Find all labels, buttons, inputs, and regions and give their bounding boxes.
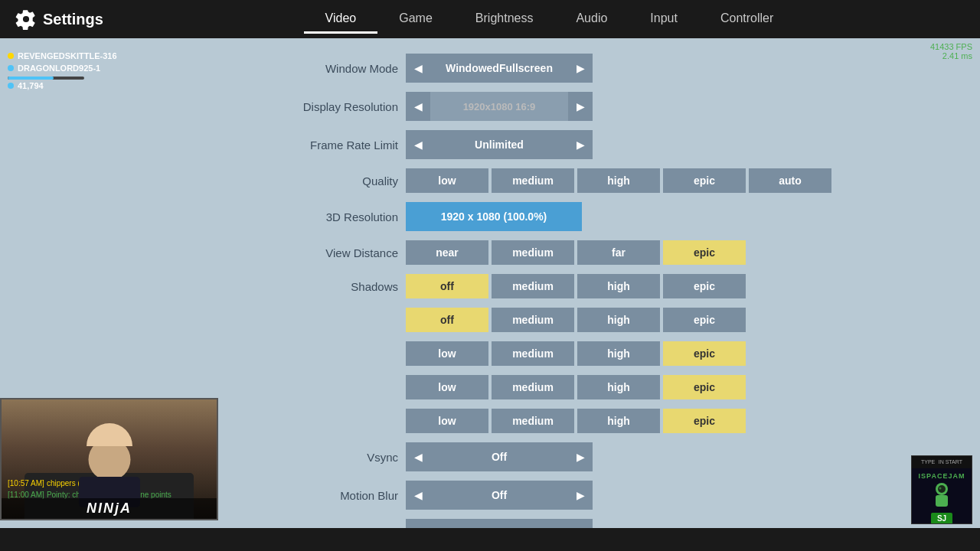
tab-audio[interactable]: Audio — [554, 5, 629, 34]
display-resolution-prev[interactable]: ◀ — [406, 92, 430, 121]
quality-low[interactable]: low — [406, 168, 488, 193]
player-dot — [8, 83, 14, 89]
quality-medium[interactable]: medium — [492, 168, 574, 193]
quality-auto[interactable]: auto — [749, 168, 831, 193]
frame-rate-prev[interactable]: ◀ — [406, 130, 430, 159]
vsync-prev[interactable]: ◀ — [406, 442, 430, 471]
tab-input[interactable]: Input — [629, 5, 699, 34]
row3-high[interactable]: high — [577, 341, 660, 366]
sponsor-subtext: SJ — [931, 513, 952, 524]
resolution-3d-value: 1920 x 1080 (100.0%) — [406, 202, 582, 231]
row5: low medium high epic — [245, 409, 957, 433]
nav-tabs: Video Game Brightness Audio Input Contro… — [134, 5, 965, 34]
player-item: 41,794 — [8, 80, 214, 92]
display-resolution-label: Display Resolution — [245, 100, 398, 113]
frame-rate-value: Unlimited — [430, 130, 568, 159]
resolution-3d-control: 1920 x 1080 (100.0%) — [406, 202, 582, 231]
tab-video[interactable]: Video — [304, 5, 378, 34]
quality-epic[interactable]: epic — [663, 168, 746, 193]
display-resolution-value: 1920x1080 16:9 — [430, 92, 568, 121]
row2-off[interactable]: off — [406, 308, 488, 332]
row2-high[interactable]: high — [577, 308, 660, 332]
window-mode-row: Window Mode ◀ WindowedFullscreen ▶ — [245, 54, 957, 83]
player-score: 41,794 — [18, 81, 44, 90]
motion-blur-label: Motion Blur — [245, 489, 398, 502]
quality-row: Quality low medium high epic auto — [245, 168, 957, 193]
row4-high[interactable]: high — [577, 375, 660, 399]
display-resolution-row: Display Resolution ◀ 1920x1080 16:9 ▶ — [245, 92, 957, 121]
motion-blur-row: Motion Blur ◀ Off ▶ — [245, 481, 957, 510]
vsync-control: ◀ Off ▶ — [406, 442, 593, 471]
shadows-medium[interactable]: medium — [492, 274, 574, 298]
bottom-bar — [0, 528, 980, 551]
quality-high[interactable]: high — [577, 168, 660, 193]
tab-brightness[interactable]: Brightness — [454, 5, 555, 34]
main-content: REVENGEDSKITTLE-316 DRAGONLORD925-1 41,7… — [0, 38, 980, 528]
shadows-label: Shadows — [245, 280, 398, 293]
motion-blur-control: ◀ Off ▶ — [406, 481, 593, 510]
row5-low[interactable]: low — [406, 409, 488, 433]
player-list: REVENGEDSKITTLE-316 DRAGONLORD925-1 41,7… — [8, 46, 214, 96]
sponsor-box: TYPE IN START ISPACEJAM SJ — [911, 455, 972, 524]
row2: off medium high epic — [245, 308, 957, 332]
row4-medium[interactable]: medium — [492, 375, 574, 399]
display-resolution-control: ◀ 1920x1080 16:9 ▶ — [406, 92, 593, 121]
quality-options: low medium high epic auto — [406, 168, 831, 193]
left-panel: REVENGEDSKITTLE-316 DRAGONLORD925-1 41,7… — [0, 38, 222, 528]
frame-rate-next[interactable]: ▶ — [568, 130, 593, 159]
view-epic[interactable]: epic — [663, 240, 746, 265]
settings-title: Settings — [43, 11, 103, 28]
shadows-epic[interactable]: epic — [663, 274, 746, 298]
tab-controller[interactable]: Controller — [699, 5, 795, 34]
view-near[interactable]: near — [406, 240, 488, 265]
motion-blur-next[interactable]: ▶ — [568, 481, 593, 510]
row2-medium[interactable]: medium — [492, 308, 574, 332]
window-mode-value: WindowedFullscreen — [430, 54, 568, 83]
view-medium[interactable]: medium — [492, 240, 574, 265]
svg-rect-1 — [936, 495, 948, 507]
gear-icon — [15, 8, 37, 30]
webcam-content: NINjA — [2, 399, 217, 519]
row5-medium[interactable]: medium — [492, 409, 574, 433]
row4-low[interactable]: low — [406, 375, 488, 399]
view-far[interactable]: far — [577, 240, 660, 265]
row3-medium[interactable]: medium — [492, 341, 574, 366]
row5-high[interactable]: high — [577, 409, 660, 433]
vsync-label: Vsync — [245, 451, 398, 464]
row3-options: low medium high epic — [406, 341, 746, 366]
view-distance-row: View Distance near medium far epic — [245, 240, 957, 265]
sponsor-logo-icon — [926, 480, 957, 510]
streamer-name: NINjA — [83, 497, 136, 520]
shadows-row: Shadows off medium high epic — [245, 274, 957, 298]
tab-game[interactable]: Game — [377, 5, 454, 34]
sponsor-instart: IN START — [939, 459, 962, 465]
motion-blur-prev[interactable]: ◀ — [406, 481, 430, 510]
window-mode-next[interactable]: ▶ — [568, 54, 593, 83]
svg-point-3 — [939, 487, 942, 490]
player-name-2: DRAGONLORD925-1 — [18, 64, 100, 73]
player-dot — [8, 65, 14, 71]
display-resolution-next[interactable]: ▶ — [568, 92, 593, 121]
shadows-off[interactable]: off — [406, 274, 488, 298]
row4-options: low medium high epic — [406, 375, 746, 399]
vsync-next[interactable]: ▶ — [568, 442, 593, 471]
row5-options: low medium high epic — [406, 409, 746, 433]
shadows-options: off medium high epic — [406, 274, 746, 298]
window-mode-prev[interactable]: ◀ — [406, 54, 430, 83]
player-name-1: REVENGEDSKITTLE-316 — [18, 51, 117, 60]
fps-value: 41433 FPS — [930, 42, 972, 51]
view-distance-options: near medium far epic — [406, 240, 746, 265]
row3-low[interactable]: low — [406, 341, 488, 366]
player-item: REVENGEDSKITTLE-316 — [8, 50, 214, 62]
vsync-row: Vsync ◀ Off ▶ — [245, 442, 957, 471]
settings-logo: Settings — [15, 8, 103, 30]
frame-rate-label: Frame Rate Limit — [245, 139, 398, 152]
row4-epic[interactable]: epic — [663, 375, 746, 399]
resolution-3d-label: 3D Resolution — [245, 210, 398, 223]
row5-epic[interactable]: epic — [663, 409, 746, 433]
svg-point-2 — [938, 485, 946, 493]
row3-epic[interactable]: epic — [663, 341, 746, 366]
shadows-high[interactable]: high — [577, 274, 660, 298]
row2-epic[interactable]: epic — [663, 308, 746, 332]
row3: low medium high epic — [245, 341, 957, 366]
